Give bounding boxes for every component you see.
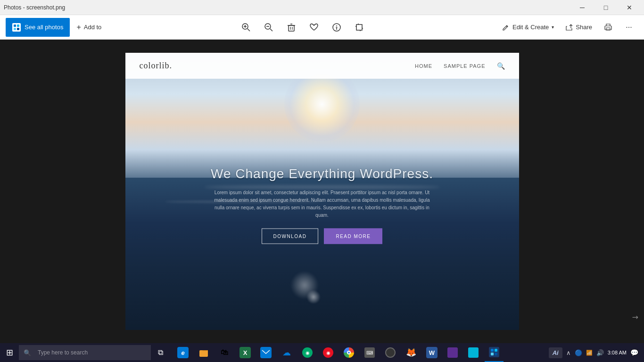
photo-display: colorlib. HOME SAMPLE PAGE 🔍 We Change E… (125, 53, 519, 330)
svg-point-17 (336, 25, 337, 26)
system-tray: Ai ∧ 🔵 📶 🔊 3:08 AM 💬 (543, 347, 644, 358)
nav-sample-link[interactable]: SAMPLE PAGE (444, 63, 485, 69)
read-more-button[interactable]: READ MORE (324, 229, 382, 244)
cta-buttons: DOWNLOAD READ MORE (135, 229, 510, 244)
crop-icon (355, 23, 364, 32)
edit-icon (502, 24, 510, 31)
taskbar-dark-app[interactable] (381, 343, 400, 362)
plus-icon: + (76, 23, 81, 32)
excel-icon: X (239, 347, 251, 358)
dropdown-chevron-icon: ▾ (552, 25, 554, 30)
edge-icon: e (177, 347, 189, 358)
taskbar-red-app[interactable]: ◉ (319, 343, 338, 362)
app-toolbar: See all photos + Add to (0, 15, 644, 40)
edit-create-label: Edit & Create (512, 24, 549, 31)
maximize-button[interactable]: □ (595, 0, 617, 15)
onedrive-icon: ☁ (282, 347, 291, 358)
taskbar-word[interactable]: W (422, 343, 441, 362)
favorite-button[interactable] (305, 18, 323, 37)
svg-rect-26 (495, 349, 497, 352)
dark-app-icon (385, 347, 396, 358)
taskbar-chrome[interactable] (339, 343, 358, 362)
taskbar-search-box[interactable]: 🔍 Type here to search (19, 345, 151, 360)
teal-app-icon (468, 347, 479, 358)
firefox-icon: 🦊 (406, 347, 416, 358)
zoom-out-icon (264, 23, 273, 32)
taskbar-onedrive[interactable]: ☁ (277, 343, 296, 362)
taskbar-photos-active[interactable] (485, 343, 504, 362)
clock-display[interactable]: 3:08 AM (608, 349, 627, 356)
minimize-button[interactable]: ─ (571, 0, 593, 15)
start-button[interactable]: ⊞ (0, 343, 19, 362)
file-explorer-icon (198, 347, 209, 358)
tray-bluetooth-icon[interactable]: 🔵 (575, 349, 582, 356)
svg-rect-24 (262, 349, 270, 356)
tray-volume-icon[interactable]: 🔊 (596, 349, 604, 356)
zoom-in-button[interactable] (237, 18, 256, 37)
taskbar-mail[interactable] (256, 343, 275, 362)
taskbar-green-app[interactable]: ◉ (298, 343, 317, 362)
info-button[interactable] (327, 18, 346, 37)
window-controls: ─ □ ✕ (571, 0, 640, 15)
taskbar-purple-app[interactable] (443, 343, 462, 362)
taskbar-calendar[interactable]: X (236, 343, 255, 362)
see-all-photos-button[interactable]: See all photos (6, 18, 70, 37)
taskbar-edge[interactable]: e (173, 343, 192, 362)
svg-rect-0 (14, 25, 16, 27)
svg-rect-27 (491, 353, 494, 355)
nav-links: HOME SAMPLE PAGE 🔍 (415, 62, 504, 70)
see-all-label: See all photos (25, 24, 63, 31)
photos-app-icon (12, 23, 21, 32)
share-button[interactable]: Share (561, 18, 597, 37)
add-to-button[interactable]: + Add to (70, 18, 108, 37)
resize-handle-icon[interactable]: ↗ (630, 312, 641, 322)
delete-button[interactable] (282, 18, 301, 37)
taskbar-input-app[interactable]: ⌨ (360, 343, 379, 362)
ellipsis-icon: ··· (626, 23, 632, 32)
title-bar: Photos - screenshot.png ─ □ ✕ (0, 0, 644, 15)
taskbar-store[interactable]: 🛍 (215, 343, 234, 362)
close-button[interactable]: ✕ (619, 0, 640, 15)
taskbar-file-explorer[interactable] (194, 343, 213, 362)
download-button[interactable]: DOWNLOAD (262, 229, 319, 244)
svg-rect-1 (17, 25, 19, 27)
search-icon: 🔍 (24, 349, 31, 356)
svg-rect-3 (17, 28, 19, 30)
photos-taskbar-icon (489, 347, 499, 357)
share-label: Share (576, 24, 592, 31)
delete-icon (287, 23, 296, 32)
print-button[interactable] (599, 18, 618, 37)
share-icon (565, 24, 573, 31)
nav-home-link[interactable]: HOME (415, 63, 432, 69)
tray-network-icon[interactable]: 📶 (586, 350, 593, 356)
edit-create-button[interactable]: Edit & Create ▾ (497, 18, 559, 37)
taskbar-firefox[interactable]: 🦊 (402, 343, 421, 362)
task-view-button[interactable]: ⧉ (151, 343, 170, 362)
svg-rect-28 (495, 353, 497, 355)
store-icon: 🛍 (219, 347, 230, 358)
zoom-out-button[interactable] (259, 18, 278, 37)
subtext: Lorem ipsum dolor sit amet, consectetur … (209, 189, 435, 219)
svg-rect-19 (356, 25, 362, 30)
notification-icon[interactable]: 💬 (630, 349, 638, 356)
ai-button[interactable]: Ai (549, 347, 562, 358)
mail-icon (260, 347, 272, 358)
crop-button[interactable] (350, 18, 369, 37)
svg-rect-25 (491, 349, 494, 352)
taskbar-teal-app[interactable] (464, 343, 483, 362)
webpage-navbar: colorlib. HOME SAMPLE PAGE 🔍 (125, 53, 519, 79)
more-options-button[interactable]: ··· (619, 18, 638, 37)
tray-up-arrow-icon[interactable]: ∧ (566, 349, 571, 356)
keyboard-icon: ⌨ (364, 347, 375, 358)
purple-app-icon (447, 347, 458, 358)
photos-icon (14, 25, 19, 30)
main-headline: We Change Everything WordPress. (135, 166, 510, 181)
toolbar-center-controls (108, 18, 497, 37)
photo-viewer-content: colorlib. HOME SAMPLE PAGE 🔍 We Change E… (0, 40, 644, 343)
toolbar-right-controls: Edit & Create ▾ Share ··· (497, 18, 638, 37)
svg-line-10 (270, 29, 272, 31)
zoom-in-icon (241, 23, 251, 32)
heart-icon (309, 23, 319, 32)
nav-search-icon[interactable]: 🔍 (497, 62, 505, 70)
word-icon: W (426, 347, 438, 358)
